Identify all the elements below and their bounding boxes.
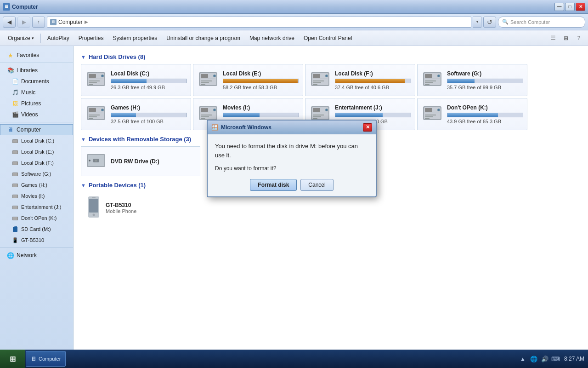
dialog-title-bar: 🪟 Microsoft Windows ✕ [208, 121, 376, 134]
dialog-close-button[interactable]: ✕ [363, 123, 372, 132]
dialog-overlay: 🪟 Microsoft Windows ✕ You need to format… [0, 0, 588, 368]
dialog-body: You need to format the disk in drive M: … [208, 134, 376, 196]
dialog-title-icon: 🪟 [211, 124, 218, 131]
dialog-title: 🪟 Microsoft Windows [211, 124, 271, 131]
format-dialog: 🪟 Microsoft Windows ✕ You need to format… [207, 120, 377, 197]
dialog-question: Do you want to format it? [215, 165, 368, 172]
cancel-button[interactable]: Cancel [300, 179, 333, 191]
dialog-message: You need to format the disk in drive M: … [215, 142, 368, 160]
format-disk-button[interactable]: Format disk [250, 179, 297, 191]
dialog-buttons: Format disk Cancel [215, 179, 368, 191]
